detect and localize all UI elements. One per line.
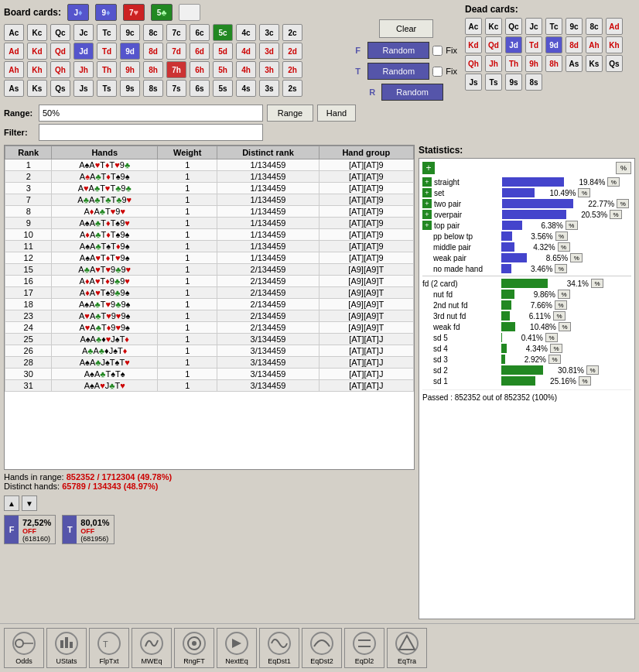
stat-pct-nut-fd[interactable]: % — [558, 290, 570, 299]
table-row[interactable]: 31A♠A♥J♣T♥13/134459[AT][AT]J — [5, 380, 414, 392]
dead-Kh[interactable]: Kh — [606, 36, 623, 53]
dead-Qh[interactable]: Qh — [465, 55, 482, 72]
dead-Kd[interactable]: Kd — [465, 36, 482, 53]
card-6h[interactable]: 6h — [190, 61, 210, 78]
stat-pct-weak-pair[interactable]: % — [570, 253, 583, 262]
table-row[interactable]: 16A♦A♥T♦9♣9♥12/134459[A9][A9]T — [5, 276, 414, 287]
table-row[interactable]: 17A♦A♥T♠9♣9♠12/134459[A9][A9]T — [5, 287, 414, 299]
random-r-button[interactable]: Random — [381, 84, 443, 101]
table-row[interactable]: 3A♥A♣T♥T♣9♣11/134459[AT][AT]9 — [5, 183, 414, 194]
range-button[interactable]: Range — [267, 105, 313, 122]
dead-8s[interactable]: 8s — [525, 74, 542, 91]
stat-pct-overpair[interactable]: % — [610, 210, 622, 219]
table-row[interactable]: 28A♠A♣J♠T♠T♥13/134459[AT][AT]J — [5, 357, 414, 369]
stat-pct-set[interactable]: % — [578, 188, 590, 197]
card-4c[interactable]: 4c — [236, 24, 256, 41]
dead-9c[interactable]: 9c — [566, 18, 583, 35]
stat-pct-weak-fd[interactable]: % — [559, 322, 571, 331]
tool-ustats[interactable]: UStats — [46, 628, 87, 668]
table-row[interactable]: 2A♠A♣T♦T♠9♠11/134459[AT][AT]9 — [5, 171, 414, 183]
card-Ks[interactable]: Ks — [27, 80, 47, 97]
stat-pct-3rd-nut-fd[interactable]: % — [553, 311, 566, 321]
dead-Jh[interactable]: Jh — [485, 55, 502, 72]
card-Th[interactable]: Th — [97, 61, 117, 78]
card-Tc[interactable]: Tc — [97, 24, 117, 41]
card-Kc[interactable]: Kc — [27, 24, 47, 41]
expand-overpair[interactable]: + — [422, 210, 432, 219]
card-3s[interactable]: 3s — [259, 80, 279, 97]
tool-eqtra[interactable]: EqTra — [387, 628, 427, 668]
tool-nexteq[interactable]: NextEq — [217, 628, 257, 668]
nav-down-button[interactable]: ▼ — [22, 495, 37, 511]
dead-Jc[interactable]: Jc — [525, 18, 542, 35]
card-5h[interactable]: 5h — [213, 61, 233, 78]
stat-pct-pp-below-tp[interactable]: % — [555, 231, 568, 241]
dead-8d[interactable]: 8d — [566, 36, 583, 53]
card-Qs[interactable]: Qs — [50, 80, 70, 97]
stat-pct-fd[interactable]: % — [591, 279, 603, 288]
card-Td[interactable]: Td — [97, 43, 117, 60]
card-As[interactable]: As — [4, 80, 24, 97]
tool-odds[interactable]: Odds — [4, 628, 44, 668]
stat-pct-sd1[interactable]: % — [579, 376, 591, 386]
card-Js[interactable]: Js — [73, 80, 94, 97]
dead-8c[interactable]: 8c — [586, 18, 603, 35]
dead-Tc[interactable]: Tc — [545, 18, 562, 35]
table-row[interactable]: 8A♦A♣T♥9♥11/134459[AT][AT]9 — [5, 206, 414, 218]
card-5s[interactable]: 5s — [213, 80, 233, 97]
stat-pct-sd5[interactable]: % — [545, 333, 558, 342]
card-6d[interactable]: 6d — [190, 43, 210, 60]
table-row[interactable]: 30A♠A♣T♠T♠13/134459[AT][AT]J — [5, 369, 414, 380]
stat-pct-top-pair[interactable]: % — [566, 221, 578, 230]
fix-f-checkbox[interactable] — [432, 46, 443, 56]
card-Qd[interactable]: Qd — [50, 43, 70, 60]
tool-flptxt[interactable]: T FlpTxt — [89, 628, 129, 668]
dead-9d[interactable]: 9d — [545, 36, 562, 53]
tool-eqdl2[interactable]: EqDl2 — [344, 628, 384, 668]
fix-t-checkbox[interactable] — [432, 67, 443, 77]
table-row[interactable]: 7A♣A♣T♣T♣9♥11/134459[AT][AT]9 — [5, 194, 414, 206]
card-4s[interactable]: 4s — [236, 80, 256, 97]
table-row[interactable]: 11A♠A♣T♠T♦9♠11/134459[AT][AT]9 — [5, 241, 414, 252]
dead-Ah[interactable]: Ah — [586, 36, 603, 53]
dead-Jd[interactable]: Jd — [505, 36, 522, 53]
table-row[interactable]: 1A♠A♥T♦T♥9♣11/134459[AT][AT]9 — [5, 159, 414, 171]
card-7s[interactable]: 7s — [166, 80, 186, 97]
stat-pct-two-pair[interactable]: % — [617, 199, 629, 208]
card-5c[interactable]: 5c — [213, 24, 233, 41]
card-6c[interactable]: 6c — [190, 24, 210, 41]
card-5d[interactable]: 5d — [213, 43, 233, 60]
random-f-button[interactable]: Random — [367, 42, 429, 59]
expand-set[interactable]: + — [422, 188, 432, 197]
board-slot-4[interactable]: 5♣ — [151, 4, 173, 21]
card-2d[interactable]: 2d — [282, 43, 302, 60]
card-Qh[interactable]: Qh — [50, 61, 70, 78]
card-9s[interactable]: 9s — [120, 80, 140, 97]
card-Ah[interactable]: Ah — [4, 61, 24, 78]
dead-As[interactable]: As — [566, 55, 583, 72]
card-9h[interactable]: 9h — [120, 61, 140, 78]
dead-Kc[interactable]: Kc — [485, 18, 502, 35]
table-row[interactable]: 18A♠A♣T♥9♣9♠12/134459[A9][A9]T — [5, 299, 414, 310]
dead-Qc[interactable]: Qc — [505, 18, 522, 35]
board-slot-1[interactable]: J♦ — [67, 4, 89, 21]
tool-rngft[interactable]: RngFT — [174, 628, 214, 668]
dead-8h[interactable]: 8h — [545, 55, 562, 72]
table-row[interactable]: 10A♦A♣T♦T♠9♠11/134459[AT][AT]9 — [5, 229, 414, 241]
dead-9s[interactable]: 9s — [505, 74, 522, 91]
card-8c[interactable]: 8c — [143, 24, 163, 41]
card-8d[interactable]: 8d — [143, 43, 163, 60]
board-slot-2[interactable]: 9♦ — [95, 4, 117, 21]
card-2s[interactable]: 2s — [282, 80, 302, 97]
table-row[interactable]: 25A♠A♣♦♥J♠T♦13/134459[AT][AT]J — [5, 334, 414, 345]
table-row[interactable]: 15A♣A♥T♥9♣9♥12/134459[A9][A9]T — [5, 264, 414, 276]
dead-Ad[interactable]: Ad — [606, 18, 623, 35]
dead-Qs[interactable]: Qs — [606, 55, 623, 72]
card-7h[interactable]: 7h — [166, 61, 186, 78]
stat-pct-sd2[interactable]: % — [586, 365, 599, 375]
card-9c[interactable]: 9c — [120, 24, 140, 41]
dead-Js[interactable]: Js — [465, 74, 482, 91]
card-3d[interactable]: 3d — [259, 43, 279, 60]
stats-add-button[interactable]: + — [422, 162, 435, 174]
expand-straight[interactable]: + — [422, 177, 432, 187]
